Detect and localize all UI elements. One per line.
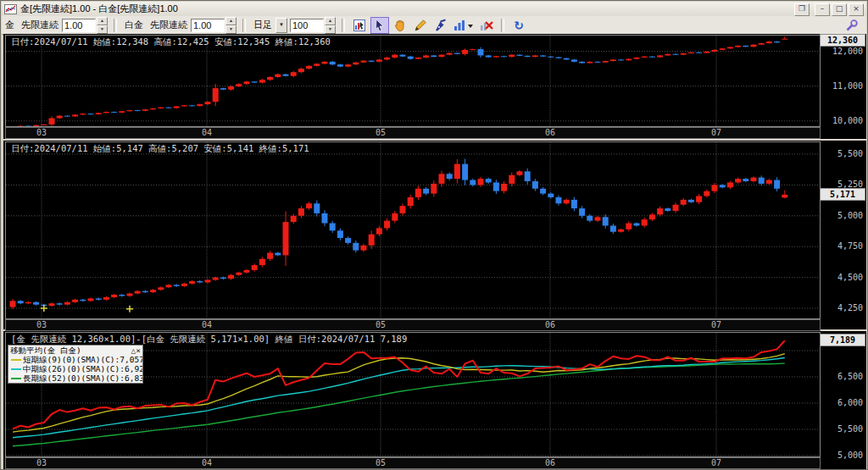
title-bar[interactable]: 金[先限連続]1.00 - 白金[先限連続]1.00 ❐ – □ × — [2, 2, 866, 16]
y-axis-tick-label: 12,000 — [832, 47, 863, 56]
spin-down-icon[interactable]: ▼ — [325, 25, 336, 34]
spinner-arrows[interactable]: ▲▼ — [325, 17, 336, 34]
spin-down-icon[interactable]: ▼ — [225, 25, 236, 34]
gold-plot-area[interactable]: 日付:2024/07/11 始値:12,348 高値:12,425 安値:12,… — [5, 35, 821, 127]
legend-collapse-close-controls[interactable]: △× — [131, 346, 141, 355]
gold-last-price-badge: 12,360 — [820, 34, 865, 47]
pan-hand-icon[interactable] — [391, 17, 409, 34]
y-axis-tick-label: 5,000 — [837, 211, 863, 220]
platinum-symbol-label: 白金 — [125, 19, 143, 31]
y-axis-tick-label: 4,250 — [837, 303, 863, 312]
popout-icon[interactable]: ❐ — [794, 3, 810, 16]
separator — [242, 19, 246, 32]
minimize-icon[interactable]: – — [815, 3, 830, 16]
spin-up-icon[interactable]: ▲ — [325, 17, 336, 25]
x-axis-month-label: 06 — [545, 458, 555, 467]
window-title: 金[先限連続]1.00 - 白金[先限連続]1.00 — [20, 3, 178, 15]
x-axis-month-label: 05 — [376, 128, 386, 137]
select-arrow-icon[interactable] — [370, 17, 389, 34]
legend-item-long-sma[interactable]: 長期線(52)(0)(SMA)(C):6,830 — [8, 373, 142, 383]
y-axis-tick-label: 6,500 — [837, 372, 863, 381]
platinum-last-price-badge: 5,171 — [820, 188, 865, 201]
y-axis-tick-label: 6,000 — [837, 398, 863, 407]
x-axis-month-label: 03 — [36, 320, 47, 329]
long-sma-swatch — [11, 378, 21, 379]
x-axis-month-label: 06 — [545, 128, 555, 137]
platinum-series-label: 先限連続 — [150, 19, 187, 31]
wrench-icon[interactable] — [843, 17, 861, 34]
platinum-ohlc-header: 日付:2024/07/11 始値:5,147 高値:5,207 安値:5,141… — [11, 143, 309, 155]
spinner-arrows[interactable]: ▲▼ — [97, 17, 108, 34]
platinum-plot-area[interactable]: 日付:2024/07/11 始値:5,147 高値:5,207 安値:5,141… — [5, 141, 821, 319]
spinner-arrows[interactable]: ▲▼ — [225, 17, 236, 34]
mid-sma-swatch — [11, 368, 21, 370]
platinum-x-axis: 0304050607 — [5, 319, 821, 331]
y-axis-tick-label: 5,000 — [837, 451, 863, 460]
toolbar: 金 先限連続 1.00 ▲▼ 白金 先限連続 1.00 ▲▼ 日足 ▼ 100 … — [2, 16, 866, 35]
short-sma-swatch — [11, 359, 21, 361]
info-tool-icon[interactable] — [350, 17, 369, 34]
separator — [501, 19, 504, 32]
separator — [342, 19, 345, 32]
spin-up-icon[interactable]: ▲ — [225, 17, 236, 25]
spread-last-value-badge: 7,189 — [820, 334, 865, 346]
y-axis-tick-label: 4,750 — [837, 241, 863, 251]
x-axis-month-label: 07 — [711, 458, 721, 467]
x-axis-month-label: 03 — [36, 128, 47, 137]
spread-chart-panel: [金 先限連続 12,360×1.00]-[白金 先限連続 5,171×1.00… — [3, 331, 866, 469]
timeframe-label[interactable]: 日足 — [253, 19, 272, 31]
y-axis-tick-label: 5,500 — [837, 149, 863, 158]
x-axis-month-label: 05 — [376, 320, 386, 329]
separator — [114, 19, 117, 32]
gold-symbol-label: 金 — [5, 19, 14, 31]
pencil-draw-icon[interactable] — [411, 17, 430, 34]
legend-item-mid-sma[interactable]: 中期線(26)(0)(SMA)(C):6,925 — [8, 364, 142, 373]
moving-average-legend: 移動平均(金 白金) △× 短期線(9)(0)(SMA)(C):7,057 中期… — [8, 345, 143, 384]
maximize-icon[interactable]: □ — [832, 3, 847, 16]
refresh-icon[interactable]: ↻ — [509, 17, 528, 34]
chart-type-icon[interactable] — [452, 17, 476, 34]
spread-y-axis: 6,5006,0005,5005,000 — [822, 332, 865, 456]
gold-ohlc-header: 日付:2024/07/11 始値:12,348 高値:12,425 安値:12,… — [11, 36, 331, 48]
spread-x-axis: 0304050607 — [5, 457, 821, 469]
x-axis-month-label: 04 — [202, 128, 212, 137]
chart-app-window: 金[先限連続]1.00 - 白金[先限連続]1.00 ❐ – □ × 金 先限連… — [0, 0, 868, 470]
spread-plot-area[interactable]: [金 先限連続 12,360×1.00]-[白金 先限連続 5,171×1.00… — [5, 332, 821, 457]
legend-item-short-sma[interactable]: 短期線(9)(0)(SMA)(C):7,057 — [8, 355, 142, 364]
platinum-y-axis: 5,5005,2505,0004,7504,5004,250 — [822, 141, 865, 318]
x-axis-month-label: 07 — [711, 320, 721, 329]
bar-count-value[interactable]: 100 — [290, 19, 324, 32]
x-axis-month-label: 07 — [711, 128, 721, 137]
legend-label: 中期線(26)(0)(SMA)(C):6,925 — [23, 364, 142, 373]
legend-title: 移動平均(金 白金) — [10, 346, 81, 355]
legend-label: 短期線(9)(0)(SMA)(C):7,057 — [23, 355, 142, 364]
bar-count-spinner[interactable]: 100 ▲▼ — [290, 17, 336, 34]
gold-series-label: 先限連続 — [21, 19, 58, 31]
platinum-ratio-value[interactable]: 1.00 — [191, 19, 225, 32]
timeframe-dropdown-icon[interactable]: ▼ — [275, 18, 287, 33]
y-axis-tick-label: 10,000 — [832, 116, 863, 125]
gold-y-axis: 12,00011,00010,000 — [822, 35, 865, 125]
gold-ratio-spinner[interactable]: 1.00 ▲▼ — [62, 17, 108, 34]
x-axis-month-label: 06 — [545, 320, 555, 329]
x-axis-month-label: 03 — [36, 458, 47, 467]
spin-up-icon[interactable]: ▲ — [97, 17, 108, 25]
y-axis-tick-label: 4,500 — [837, 273, 863, 282]
app-line-chart-icon — [4, 4, 17, 14]
close-icon[interactable]: × — [849, 3, 864, 16]
pen-draw-icon[interactable] — [431, 17, 450, 34]
delete-indicator-icon[interactable] — [477, 17, 496, 34]
gold-ratio-value[interactable]: 1.00 — [62, 19, 96, 32]
y-axis-tick-label: 11,000 — [832, 81, 863, 91]
x-axis-month-label: 04 — [202, 320, 212, 329]
x-axis-month-label: 05 — [376, 458, 386, 467]
x-axis-month-label: 04 — [202, 458, 212, 467]
legend-label: 長期線(52)(0)(SMA)(C):6,830 — [23, 373, 142, 383]
platinum-ratio-spinner[interactable]: 1.00 ▲▼ — [191, 17, 236, 34]
spin-down-icon[interactable]: ▼ — [97, 25, 108, 34]
platinum-chart-panel: 日付:2024/07/11 始値:5,147 高値:5,207 安値:5,141… — [3, 141, 866, 329]
y-axis-tick-label: 5,500 — [837, 424, 863, 434]
gold-chart-panel: 日付:2024/07/11 始値:12,348 高値:12,425 安値:12,… — [3, 34, 866, 139]
gold-x-axis: 0304050607 — [5, 127, 821, 139]
spread-header: [金 先限連続 12,360×1.00]-[白金 先限連続 5,171×1.00… — [11, 334, 407, 346]
